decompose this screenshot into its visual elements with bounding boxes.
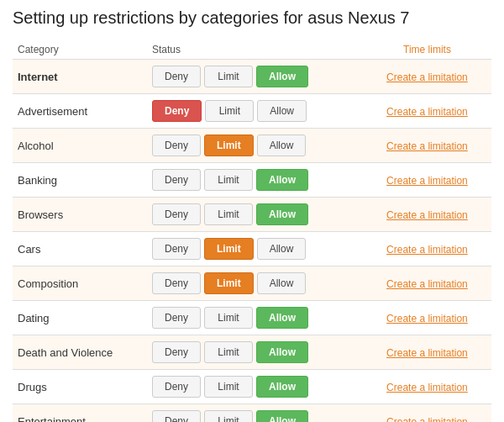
col-category: Category: [13, 40, 147, 60]
status-cell: DenyLimitAllow: [147, 266, 349, 301]
category-cell: Entertainment: [13, 404, 147, 423]
deny-button[interactable]: Deny: [152, 100, 202, 122]
allow-button[interactable]: Allow: [257, 135, 307, 156]
category-cell: Drugs: [13, 370, 147, 404]
create-limitation-link[interactable]: Create a limitation: [386, 209, 468, 221]
table-row: EntertainmentDenyLimitAllowCreate a limi…: [13, 404, 491, 423]
table-row: CarsDenyLimitAllowCreate a limitation: [13, 232, 491, 266]
deny-button[interactable]: Deny: [152, 66, 201, 87]
create-limitation-link[interactable]: Create a limitation: [386, 106, 468, 118]
limit-button[interactable]: Limit: [204, 238, 254, 260]
spacer-cell: [349, 335, 363, 370]
limit-button[interactable]: Limit: [205, 100, 254, 122]
spacer-cell: [349, 60, 363, 94]
status-cell: DenyLimitAllow: [147, 129, 349, 163]
limit-button[interactable]: Limit: [204, 307, 253, 329]
table-row: DatingDenyLimitAllowCreate a limitation: [13, 301, 491, 335]
allow-button[interactable]: Allow: [256, 169, 308, 191]
status-cell: DenyLimitAllow: [147, 163, 349, 198]
time-limits-cell: Create a limitation: [363, 94, 491, 129]
deny-button[interactable]: Deny: [152, 376, 201, 398]
category-cell: Banking: [13, 163, 147, 198]
category-cell: Cars: [13, 232, 147, 266]
status-cell: DenyLimitAllow: [147, 94, 349, 129]
time-limits-cell: Create a limitation: [363, 163, 491, 198]
table-row: AdvertisementDenyLimitAllowCreate a limi…: [13, 94, 491, 129]
table-row: InternetDenyLimitAllowCreate a limitatio…: [13, 60, 491, 94]
limit-button[interactable]: Limit: [204, 272, 254, 294]
page-title: Setting up restrictions by categories fo…: [13, 8, 491, 28]
spacer-cell: [349, 266, 363, 301]
category-cell: Internet: [13, 60, 147, 94]
allow-button[interactable]: Allow: [256, 341, 308, 363]
table-row: BankingDenyLimitAllowCreate a limitation: [13, 163, 491, 198]
limit-button[interactable]: Limit: [204, 169, 253, 191]
create-limitation-link[interactable]: Create a limitation: [386, 278, 468, 290]
table-row: BrowsersDenyLimitAllowCreate a limitatio…: [13, 198, 491, 232]
spacer-cell: [349, 370, 363, 404]
spacer-cell: [349, 129, 363, 163]
create-limitation-link[interactable]: Create a limitation: [386, 140, 468, 152]
status-cell: DenyLimitAllow: [147, 232, 349, 266]
col-status: Status: [147, 40, 349, 60]
table-row: Death and ViolenceDenyLimitAllowCreate a…: [13, 335, 491, 370]
time-limits-cell: Create a limitation: [363, 370, 491, 404]
time-limits-cell: Create a limitation: [363, 198, 491, 232]
allow-button[interactable]: Allow: [257, 272, 307, 294]
status-cell: DenyLimitAllow: [147, 301, 349, 335]
limit-button[interactable]: Limit: [204, 203, 253, 225]
deny-button[interactable]: Deny: [152, 169, 201, 191]
limit-button[interactable]: Limit: [204, 410, 253, 422]
allow-button[interactable]: Allow: [256, 307, 308, 329]
status-cell: DenyLimitAllow: [147, 335, 349, 370]
time-limits-cell: Create a limitation: [363, 129, 491, 163]
create-limitation-link[interactable]: Create a limitation: [386, 347, 468, 359]
time-limits-cell: Create a limitation: [363, 335, 491, 370]
table-row: DrugsDenyLimitAllowCreate a limitation: [13, 370, 491, 404]
spacer-cell: [349, 94, 363, 129]
allow-button[interactable]: Allow: [257, 238, 307, 260]
deny-button[interactable]: Deny: [152, 272, 201, 294]
time-limits-cell: Create a limitation: [363, 404, 491, 423]
deny-button[interactable]: Deny: [152, 341, 201, 363]
table-row: AlcoholDenyLimitAllowCreate a limitation: [13, 129, 491, 163]
status-cell: DenyLimitAllow: [147, 404, 349, 423]
category-cell: Death and Violence: [13, 335, 147, 370]
spacer-cell: [349, 301, 363, 335]
deny-button[interactable]: Deny: [152, 135, 201, 156]
limit-button[interactable]: Limit: [204, 376, 253, 398]
category-cell: Composition: [13, 266, 147, 301]
time-limits-cell: Create a limitation: [363, 232, 491, 266]
spacer-cell: [349, 404, 363, 423]
col-time-limits: Time limits: [363, 40, 491, 60]
limit-button[interactable]: Limit: [204, 341, 253, 363]
create-limitation-link[interactable]: Create a limitation: [386, 244, 468, 256]
allow-button[interactable]: Allow: [256, 66, 308, 87]
limit-button[interactable]: Limit: [204, 66, 253, 87]
allow-button[interactable]: Allow: [256, 203, 308, 225]
spacer-cell: [349, 163, 363, 198]
time-limits-cell: Create a limitation: [363, 60, 491, 94]
create-limitation-link[interactable]: Create a limitation: [386, 71, 468, 83]
create-limitation-link[interactable]: Create a limitation: [386, 313, 468, 324]
status-cell: DenyLimitAllow: [147, 60, 349, 94]
deny-button[interactable]: Deny: [152, 203, 201, 225]
spacer-cell: [349, 198, 363, 232]
deny-button[interactable]: Deny: [152, 410, 201, 422]
spacer-cell: [349, 232, 363, 266]
category-cell: Alcohol: [13, 129, 147, 163]
limit-button[interactable]: Limit: [204, 135, 254, 156]
create-limitation-link[interactable]: Create a limitation: [386, 416, 468, 423]
allow-button[interactable]: Allow: [257, 100, 307, 122]
category-cell: Browsers: [13, 198, 147, 232]
category-cell: Dating: [13, 301, 147, 335]
deny-button[interactable]: Deny: [152, 238, 201, 260]
category-cell: Advertisement: [13, 94, 147, 129]
table-row: CompositionDenyLimitAllowCreate a limita…: [13, 266, 491, 301]
create-limitation-link[interactable]: Create a limitation: [386, 382, 468, 393]
status-cell: DenyLimitAllow: [147, 198, 349, 232]
deny-button[interactable]: Deny: [152, 307, 201, 329]
create-limitation-link[interactable]: Create a limitation: [386, 175, 468, 187]
allow-button[interactable]: Allow: [256, 376, 308, 398]
allow-button[interactable]: Allow: [256, 410, 308, 422]
